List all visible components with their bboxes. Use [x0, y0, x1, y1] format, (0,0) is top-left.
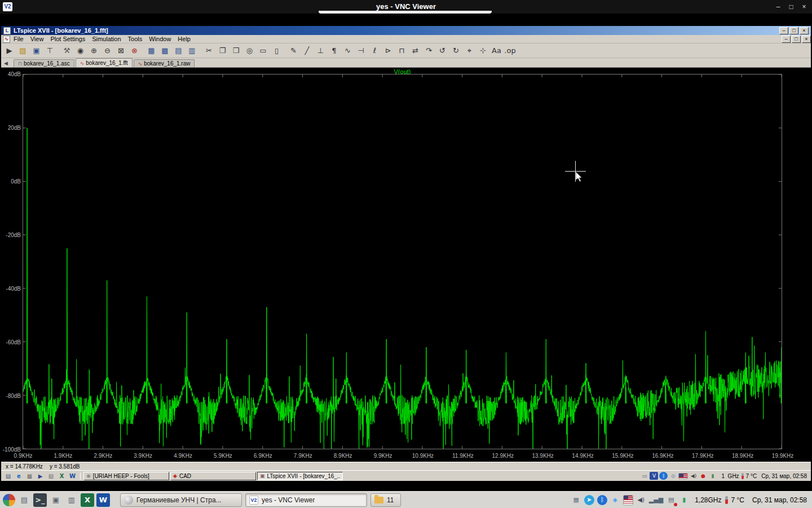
spice-netlist-icon[interactable]: ▩	[158, 45, 171, 56]
copy-icon[interactable]: ❐	[216, 45, 229, 56]
label-icon[interactable]: ¶	[328, 45, 341, 56]
power-icon[interactable]: ▮	[708, 472, 717, 480]
cad-window-button[interactable]: ◆CAD	[170, 472, 256, 480]
screenshot-tool-icon[interactable]: ▣	[49, 493, 63, 507]
keyboard-layout-flag[interactable]	[678, 473, 688, 479]
media-player-icon[interactable]: ▶	[36, 472, 45, 480]
drop-icon[interactable]: ◈	[610, 495, 620, 505]
browser-window-button[interactable]: Германиевые УНЧ | Стра...	[120, 493, 242, 507]
spice-directive-icon[interactable]: .op	[504, 45, 517, 56]
menu-plot-settings[interactable]: Plot Settings	[47, 36, 89, 42]
signal-icon[interactable]: ▂▄▆	[649, 495, 663, 505]
folder-11-window-button[interactable]: 11	[370, 493, 401, 507]
menu-window[interactable]: Window	[145, 36, 174, 42]
print-preview-icon[interactable]: ▯	[270, 45, 283, 56]
vnc-server-icon[interactable]: V	[650, 472, 658, 480]
host-clock[interactable]: Ср, 31 мар, 02:58	[752, 496, 807, 504]
text-icon[interactable]: Aa	[490, 45, 503, 56]
ltspice-window-button[interactable]: ▣LTspice XVII - [bokarev_16_...	[257, 472, 343, 480]
osd-icon[interactable]: ◍	[669, 472, 677, 480]
word-icon[interactable]: W	[68, 472, 77, 480]
ltspice-titlebar[interactable]: L LTspice XVII - [bokarev_16_1.fft] – □ …	[1, 26, 811, 35]
menu-file[interactable]: File	[10, 36, 27, 42]
excel-icon[interactable]: X	[81, 493, 94, 507]
menu-view[interactable]: View	[27, 36, 47, 42]
word-icon[interactable]: W	[96, 493, 110, 507]
find-icon[interactable]: ◎	[243, 45, 256, 56]
rotate-icon[interactable]: ↷	[422, 45, 435, 56]
printer-icon[interactable]: ▤	[666, 495, 676, 505]
plot-area[interactable]	[23, 74, 782, 449]
undo-icon[interactable]: ↺	[436, 45, 449, 56]
wire-icon[interactable]: ╱	[301, 45, 314, 56]
probe-icon[interactable]: ⊤	[43, 45, 56, 56]
pause-icon[interactable]: ◉	[74, 45, 87, 56]
menu-simulation[interactable]: Simulation	[89, 36, 124, 42]
screenshot-tray-icon[interactable]: ▦	[571, 495, 581, 505]
control-panel-icon[interactable]: ⚒	[60, 45, 73, 56]
cut-icon[interactable]: ✂	[202, 45, 215, 56]
terminal-icon[interactable]: >_	[33, 493, 47, 507]
display-icon[interactable]: ▭	[640, 472, 648, 480]
zoom-in-icon[interactable]: ⊕	[87, 45, 100, 56]
bluetooth-icon[interactable]: ᛒ	[659, 472, 668, 480]
text-editor-icon[interactable]: ▥	[65, 493, 78, 507]
capacitor-icon[interactable]: ⊣	[355, 45, 368, 56]
tab-bokarev_16_1-fft[interactable]: ∿bokarev_16_1.fft	[76, 58, 133, 67]
open-icon[interactable]: ▨	[16, 45, 29, 56]
run-icon[interactable]: ▶	[3, 45, 16, 56]
remote-clock[interactable]: Ср, 31 мар, 02:58	[761, 473, 807, 479]
mdi-minimize-button[interactable]: –	[782, 36, 791, 43]
ground-icon[interactable]: ⊥	[314, 45, 327, 56]
save-icon[interactable]: ▣	[30, 45, 43, 56]
close-button[interactable]: ×	[800, 3, 809, 11]
battery-icon[interactable]: ▮	[679, 495, 689, 505]
drag-icon[interactable]: ⊹	[476, 45, 489, 56]
zoom-full-icon[interactable]: ⊠	[114, 45, 127, 56]
inductor-icon[interactable]: ℓ	[368, 45, 381, 56]
excel-icon[interactable]: X	[57, 472, 67, 480]
fft-icon[interactable]: ▥	[186, 45, 198, 56]
keyboard-layout-flag[interactable]	[623, 495, 633, 505]
minimize-button[interactable]: –	[779, 27, 788, 34]
paste-icon[interactable]: ❒	[230, 45, 242, 56]
minimize-button[interactable]: –	[774, 3, 783, 11]
plot-pane[interactable]: V(out) 40dB20dB0dB-20dB-40dB-60dB-80dB-1…	[1, 67, 811, 462]
resistor-icon[interactable]: ∿	[341, 45, 354, 56]
restore-button[interactable]: □	[789, 27, 798, 34]
bluetooth-icon[interactable]: ᛒ	[597, 495, 607, 505]
menu-tools[interactable]: Tools	[125, 36, 146, 42]
vnc-toolbar-tab[interactable]	[319, 11, 492, 14]
menu-help[interactable]: Help	[174, 36, 194, 42]
explorer-icon[interactable]: ▦	[25, 472, 34, 480]
autorange-icon[interactable]: ▤	[172, 45, 185, 56]
diode-icon[interactable]: ⊳	[382, 45, 395, 56]
file-manager-icon[interactable]: ▤	[17, 493, 31, 507]
print-icon[interactable]: ▭	[257, 45, 270, 56]
mirror-icon[interactable]: ⇄	[409, 45, 422, 56]
show-desktop-icon[interactable]: ▤	[3, 472, 13, 480]
tab-bokarev_16_1-asc[interactable]: ⊓bokarev_16_1.asc	[14, 59, 74, 67]
app-menu-icon[interactable]	[3, 494, 15, 506]
ie-icon[interactable]: e	[14, 472, 24, 480]
close-button[interactable]: ×	[800, 27, 809, 34]
move-icon[interactable]: ⌖	[463, 45, 476, 56]
tab-scroll-left-icon[interactable]: ◀	[4, 60, 8, 66]
zoom-redraw-icon[interactable]: ⊗	[128, 45, 141, 56]
mdi-close-button[interactable]: ×	[802, 36, 811, 43]
component-icon[interactable]: ⊓	[395, 45, 408, 56]
tab-bokarev_16_1-raw[interactable]: ∿bokarev_16_1.raw	[134, 59, 195, 67]
zoom-out-icon[interactable]: ⊖	[101, 45, 114, 56]
mdi-restore-button[interactable]: □	[792, 36, 801, 43]
outlook-icon[interactable]: ▧	[46, 472, 56, 480]
vnc-viewer-window-button[interactable]: V2yes - VNC Viewer	[245, 493, 367, 507]
uriah-heep-window-button[interactable]: ◉[URIAH HEEP - Fools]	[83, 472, 169, 480]
record-icon[interactable]: ●	[699, 472, 707, 480]
plot-settings-icon[interactable]: ▦	[145, 45, 158, 56]
maximize-button[interactable]: □	[787, 3, 796, 11]
pencil-icon[interactable]: ✎	[287, 45, 300, 56]
telegram-icon[interactable]: ➤	[584, 495, 594, 505]
redo-icon[interactable]: ↻	[449, 45, 462, 56]
volume-icon[interactable]: ◀)	[636, 495, 646, 505]
volume-icon[interactable]: ◀)	[689, 472, 698, 480]
